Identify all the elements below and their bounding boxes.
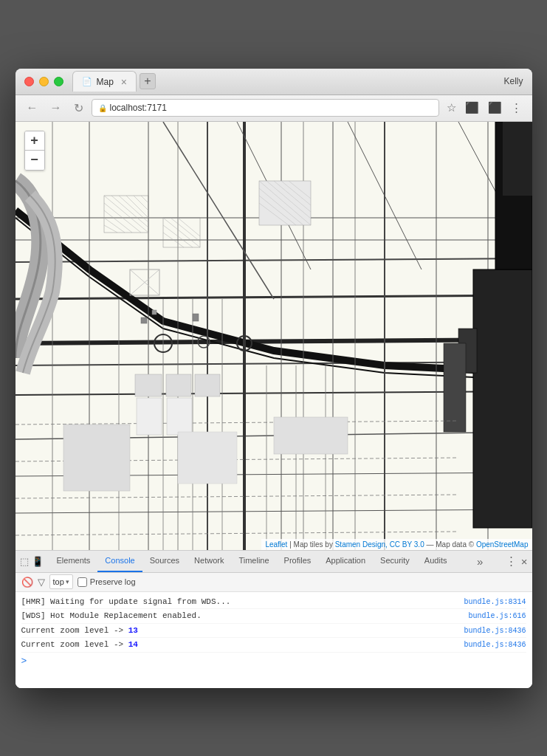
back-button[interactable]: ← [23, 100, 42, 116]
devtools-inspect-icon[interactable]: ⬚ [20, 556, 29, 567]
console-line: [WDS] Hot Module Replacement enabled. bu… [21, 609, 526, 624]
leaflet-link[interactable]: Leaflet [265, 540, 287, 549]
devtools-tabs: ⬚ 📱 Elements Console Sources Network Tim… [16, 551, 532, 573]
lock-icon: 🔒 [98, 104, 107, 112]
console-filter-icon[interactable]: ▽ [38, 577, 45, 588]
console-line: Current zoom level -> 14 bundle.js:8436 [21, 638, 526, 653]
console-file-link[interactable]: bundle.js:616 [468, 611, 526, 622]
osm-link[interactable]: OpenStreetMap [476, 540, 529, 549]
url-text: localhost:7171 [110, 103, 167, 113]
console-message: [HMR] Waiting for update signal from WDS… [21, 596, 231, 608]
console-file-link[interactable]: bundle.js:8436 [464, 639, 526, 650]
devtools-icon-group: ⬚ 📱 [20, 556, 44, 567]
console-output: [HMR] Waiting for update signal from WDS… [16, 592, 532, 688]
svg-rect-79 [178, 432, 237, 484]
svg-rect-78 [63, 425, 130, 491]
devtools-options-icon[interactable]: ⋮ [506, 554, 517, 568]
maximize-button[interactable] [54, 77, 63, 86]
tab-audits[interactable]: Audits [417, 551, 455, 573]
tab-bar: 📄 Map × + [72, 71, 504, 92]
svg-rect-85 [152, 310, 156, 315]
devtools-device-icon[interactable]: 📱 [32, 556, 44, 567]
preserve-log-option[interactable]: Preserve log [78, 577, 136, 587]
traffic-lights [24, 77, 63, 86]
svg-rect-86 [193, 314, 199, 321]
toolbar-actions: ☆ ⬛ ⬛ ⋮ [444, 100, 525, 116]
tab-icon: 📄 [82, 77, 92, 86]
bookmark-icon[interactable]: ☆ [444, 100, 459, 116]
devtools: ⬚ 📱 Elements Console Sources Network Tim… [16, 550, 532, 688]
zoom-in-button[interactable]: + [25, 131, 44, 151]
svg-rect-58 [503, 122, 532, 196]
forward-button[interactable]: → [47, 100, 66, 116]
tab-label: Map [97, 77, 114, 87]
svg-rect-72 [195, 374, 220, 396]
console-file-link[interactable]: bundle.js:8436 [464, 625, 526, 636]
console-line: [HMR] Waiting for update signal from WDS… [21, 595, 526, 610]
minimize-button[interactable] [39, 77, 49, 86]
devtools-more-icon[interactable]: » [477, 555, 483, 568]
toolbar: ← → ↻ 🔒 localhost:7171 ☆ ⬛ ⬛ ⋮ [16, 95, 532, 122]
tab-application[interactable]: Application [318, 551, 373, 573]
map-tab[interactable]: 📄 Map × [72, 71, 137, 92]
console-message: [WDS] Hot Module Replacement enabled. [21, 610, 202, 622]
tab-security[interactable]: Security [373, 551, 417, 573]
tab-network[interactable]: Network [187, 551, 231, 573]
preserve-log-checkbox[interactable] [78, 577, 87, 587]
map-zoom-controls: + − [24, 131, 45, 171]
preserve-log-label: Preserve log [90, 577, 136, 586]
console-toolbar: 🚫 ▽ top ▾ Preserve log [16, 573, 532, 592]
svg-rect-84 [141, 317, 147, 323]
console-context-arrow-icon: ▾ [66, 578, 69, 585]
tab-console[interactable]: Console [97, 551, 142, 573]
map-attribution: Leaflet | Map tiles by Stamen Design, CC… [261, 539, 531, 550]
console-clear-icon[interactable]: 🚫 [21, 577, 33, 588]
browser-window: 📄 Map × + Kelly ← → ↻ 🔒 localhost:7171 ☆… [16, 69, 532, 688]
console-context-select[interactable]: top ▾ [49, 574, 73, 589]
tab-sources[interactable]: Sources [142, 551, 187, 573]
zoom-out-button[interactable]: − [25, 151, 44, 170]
console-message: Current zoom level -> 14 [21, 639, 138, 651]
svg-rect-54 [473, 269, 532, 528]
map-container[interactable]: + − Leaflet | Map tiles by Stamen Design… [16, 122, 532, 550]
reload-button[interactable]: ↻ [70, 100, 87, 117]
devtools-close-icon[interactable]: × [521, 555, 528, 568]
console-prompt[interactable]: > [21, 653, 526, 667]
svg-rect-71 [166, 374, 191, 396]
svg-rect-73 [137, 398, 162, 435]
menu-icon[interactable]: ⋮ [508, 100, 525, 116]
close-button[interactable] [24, 77, 34, 86]
user-name: Kelly [503, 76, 523, 86]
svg-rect-74 [167, 398, 192, 435]
svg-rect-80 [274, 417, 348, 454]
console-message: Current zoom level -> 13 [21, 625, 138, 637]
tab-profiles[interactable]: Profiles [277, 551, 319, 573]
console-line: Current zoom level -> 13 bundle.js:8436 [21, 624, 526, 639]
console-context-label: top [53, 577, 64, 586]
extensions-icon[interactable]: ⬛ [462, 100, 482, 116]
title-bar: 📄 Map × + Kelly [16, 69, 532, 95]
svg-rect-56 [444, 343, 466, 432]
tab-elements[interactable]: Elements [49, 551, 98, 573]
console-file-link[interactable]: bundle.js:8314 [464, 597, 526, 608]
map-canvas [16, 122, 532, 550]
svg-rect-70 [135, 374, 162, 396]
tab-close-icon[interactable]: × [121, 76, 127, 88]
tab-timeline[interactable]: Timeline [231, 551, 276, 573]
new-tab-button[interactable]: + [140, 73, 156, 89]
stamen-link[interactable]: Stamen Design, CC BY 3.0 [335, 540, 424, 549]
extensions2-icon[interactable]: ⬛ [485, 100, 505, 116]
address-bar[interactable]: 🔒 localhost:7171 [92, 99, 439, 117]
